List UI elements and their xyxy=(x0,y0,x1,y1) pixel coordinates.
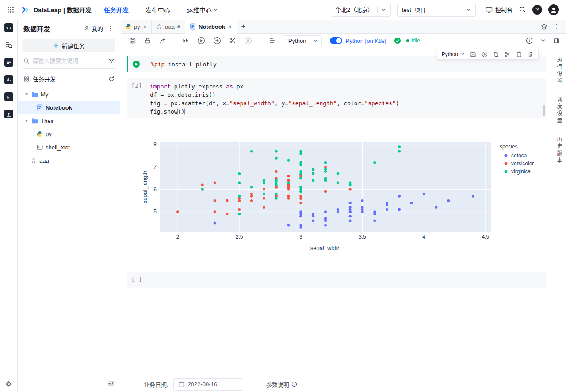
save-icon[interactable] xyxy=(129,37,136,44)
svg-text:5: 5 xyxy=(153,209,157,215)
right-rail-tab[interactable]: 执行设置 xyxy=(555,57,563,85)
cell-code[interactable]: import plotly.express as pxdf = px.data.… xyxy=(149,78,400,118)
tree-item-label: aaa xyxy=(39,157,49,164)
project-value: test_项目 xyxy=(402,5,426,14)
add-cell-icon[interactable] xyxy=(482,51,488,57)
cell-code[interactable] xyxy=(149,272,151,288)
refresh-icon[interactable] xyxy=(108,76,115,82)
kernel-select[interactable]: Python xyxy=(284,35,322,46)
new-tab-button[interactable]: + xyxy=(237,20,250,33)
lock-icon[interactable] xyxy=(144,37,151,44)
svg-text:sepal_width: sepal_width xyxy=(310,245,341,251)
tree-item[interactable]: My xyxy=(18,88,120,101)
metrics-bars-icon[interactable] xyxy=(4,75,13,84)
main-area: py×aaaNotebook× + ⋮ Python Python [on K8… xyxy=(121,20,566,392)
python-icon xyxy=(125,23,131,30)
editor-tab[interactable]: Notebook× xyxy=(185,20,237,34)
folder-icon xyxy=(31,91,38,97)
collapse-panel-icon[interactable] xyxy=(107,380,115,387)
run-cell-button[interactable] xyxy=(132,60,150,68)
cell-kernel-select[interactable]: Python xyxy=(442,51,465,57)
project-select[interactable]: test_项目 xyxy=(397,3,476,17)
tree-item-label: shell_test xyxy=(46,144,70,151)
tree-item[interactable]: shell_test xyxy=(18,141,120,154)
my-tasks-label: 我的 xyxy=(92,24,103,33)
notebook-cell[interactable]: [2]import plotly.express as pxdf = px.da… xyxy=(127,78,546,118)
avatar[interactable] xyxy=(548,4,559,15)
notebook-cell[interactable]: [ ] xyxy=(127,272,546,288)
add-cell-icon[interactable] xyxy=(213,37,221,45)
tab-label: py xyxy=(134,23,140,30)
topbar-nav-item[interactable]: 任务开发 xyxy=(104,5,129,14)
console-button[interactable]: 控制台 xyxy=(486,5,512,14)
cell-scrollbar[interactable] xyxy=(543,105,545,116)
region-select[interactable]: 华北2（北京） xyxy=(331,3,391,17)
panel-toggle-icon[interactable] xyxy=(553,38,560,44)
editor-tab[interactable]: aaa xyxy=(152,20,185,33)
cut-icon[interactable] xyxy=(229,37,236,44)
info-icon xyxy=(291,381,297,387)
more-menu-icon[interactable]: ⋮ xyxy=(107,25,115,32)
params-label: 参数说明 xyxy=(266,380,289,388)
search-icon[interactable] xyxy=(519,6,526,13)
topbar-nav-item[interactable]: 发布中心 xyxy=(145,5,170,14)
tree-item[interactable]: py xyxy=(18,127,120,141)
data-dev-code-icon[interactable] xyxy=(4,23,13,32)
new-task-button[interactable]: 新建任务 xyxy=(23,39,115,52)
cell-code[interactable]: %pip install plotly xyxy=(150,56,218,72)
params-help[interactable]: 参数说明 xyxy=(266,380,297,388)
toolbar-right xyxy=(526,37,566,44)
apps-grid-icon[interactable] xyxy=(7,6,14,13)
layers-icon[interactable] xyxy=(541,23,547,30)
info-icon[interactable] xyxy=(526,37,533,44)
run-icon[interactable] xyxy=(197,37,205,45)
tree-item[interactable]: Notebook xyxy=(18,101,120,114)
settings-gear-icon[interactable]: ⚙ xyxy=(6,380,11,388)
publish-upload-icon[interactable] xyxy=(4,110,13,118)
topbar-nav-item[interactable]: 运维中心 xyxy=(187,5,218,14)
query-search-icon[interactable] xyxy=(4,41,13,49)
right-rail-tab[interactable]: 历史版本 xyxy=(555,136,563,164)
task-list-icon[interactable] xyxy=(4,58,13,67)
tree-search-input[interactable] xyxy=(32,57,106,64)
task-panel: 数据开发 我的 ⋮ 新建任务 任务开发 MyNotebookTheirpyshe… xyxy=(18,20,120,392)
delete-cell-icon[interactable] xyxy=(528,51,534,57)
tree-item-label: Notebook xyxy=(46,104,72,111)
k8s-toggle[interactable] xyxy=(330,37,342,44)
submit-icon[interactable] xyxy=(159,37,166,44)
search-icon xyxy=(23,58,30,64)
save-cell-icon[interactable] xyxy=(470,51,476,57)
topbar: DataLeap | 数据开发 任务开发发布中心运维中心 华北2（北京） tes… xyxy=(0,0,566,19)
grid-icon xyxy=(23,76,30,82)
python-icon xyxy=(37,131,43,137)
close-tab-icon[interactable]: × xyxy=(143,23,147,30)
copy-cell-icon[interactable] xyxy=(493,51,499,57)
cut-cell-icon[interactable] xyxy=(505,51,511,57)
my-tasks-toggle[interactable]: 我的 xyxy=(84,24,103,33)
close-tab-icon[interactable]: × xyxy=(228,23,232,30)
svg-text:2: 2 xyxy=(176,234,180,240)
new-task-label: 新建任务 xyxy=(61,42,84,50)
plotly-output[interactable]: 22.533.544.55678sepal_widthsepal_lengths… xyxy=(142,133,544,256)
function-fx-icon[interactable]: fx xyxy=(4,92,13,101)
outline-icon[interactable] xyxy=(269,37,276,44)
chevron-down-icon[interactable] xyxy=(540,38,546,44)
paste-cell-icon[interactable] xyxy=(516,51,522,57)
svg-text:2.5: 2.5 xyxy=(236,234,243,240)
svg-text:species: species xyxy=(500,144,518,150)
run-all-icon[interactable] xyxy=(182,37,189,44)
filter-icon[interactable] xyxy=(108,58,115,64)
caret-down-icon[interactable] xyxy=(24,92,29,96)
right-rail-tab[interactable]: 调度设置 xyxy=(555,96,563,125)
tree-item[interactable]: Their xyxy=(18,114,120,127)
tab-more-icon[interactable]: ⋮ xyxy=(553,23,561,30)
cell-kernel-value: Python xyxy=(442,51,458,57)
business-date-picker[interactable] xyxy=(173,378,243,391)
help-icon[interactable]: ? xyxy=(532,5,542,15)
cell-gutter: [2] xyxy=(127,78,149,118)
business-date-field[interactable] xyxy=(188,381,238,388)
caret-down-icon[interactable] xyxy=(24,118,29,123)
tree-item[interactable]: aaa xyxy=(18,154,120,167)
calendar-icon xyxy=(178,381,184,388)
editor-tab[interactable]: py× xyxy=(121,20,152,33)
